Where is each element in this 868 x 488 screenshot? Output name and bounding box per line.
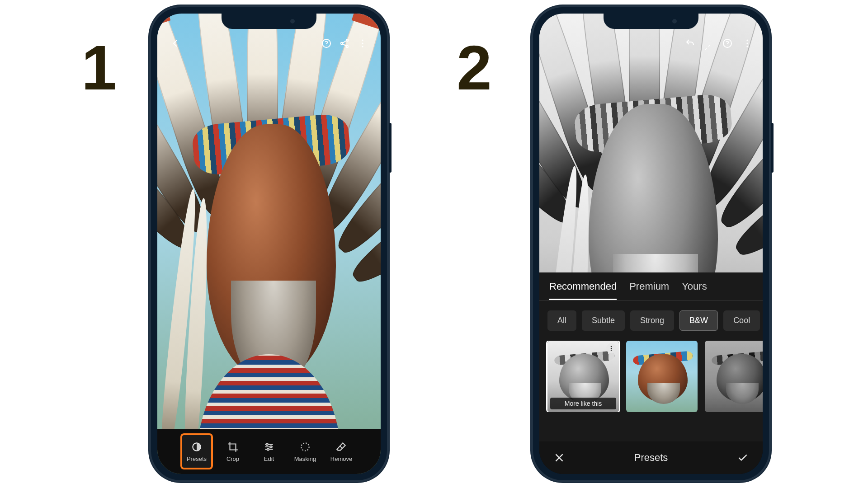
presets-panel: Recommended Premium Yours All Subtle Str… xyxy=(539,272,763,474)
presets-footer-title: Presets xyxy=(568,452,734,464)
more-icon[interactable] xyxy=(738,34,756,52)
svg-point-10 xyxy=(270,446,272,447)
chip-cool[interactable]: Cool xyxy=(723,310,760,331)
back-icon[interactable] xyxy=(166,34,184,52)
chip-strong[interactable]: Strong xyxy=(630,310,674,331)
svg-point-14 xyxy=(727,45,727,46)
crop-label: Crop xyxy=(226,455,239,462)
svg-point-18 xyxy=(611,346,612,347)
svg-point-5 xyxy=(362,39,363,41)
remove-label: Remove xyxy=(330,455,352,462)
presets-label: Presets xyxy=(187,455,207,462)
help-icon[interactable] xyxy=(317,34,335,52)
confirm-check-icon[interactable] xyxy=(734,449,752,467)
phone2-topbar xyxy=(539,33,763,53)
chip-subtle[interactable]: Subtle xyxy=(582,310,625,331)
svg-point-12 xyxy=(301,443,309,450)
preset-category-chips: All Subtle Strong B&W Cool Warm xyxy=(539,300,763,341)
svg-point-4 xyxy=(346,46,348,47)
preset-thumb-more-icon[interactable] xyxy=(606,343,616,353)
crop-button[interactable]: Crop xyxy=(218,435,247,468)
preset-thumbnails: More like this xyxy=(539,341,763,412)
edit-sliders-icon xyxy=(263,441,275,453)
edited-photo[interactable] xyxy=(157,14,381,474)
undo-icon[interactable] xyxy=(681,34,699,52)
edit-label: Edit xyxy=(264,455,274,462)
svg-point-6 xyxy=(362,42,363,44)
phone1-screen: Presets Crop Edit Masking Remove xyxy=(157,14,381,474)
chip-bw[interactable]: B&W xyxy=(679,310,718,331)
more-icon[interactable] xyxy=(354,34,372,52)
phone2-screen: Recommended Premium Yours All Subtle Str… xyxy=(539,14,763,474)
phone-mockup-1: Presets Crop Edit Masking Remove xyxy=(149,5,389,482)
preset-thumb-1[interactable]: More like this xyxy=(547,341,619,412)
step-number-1: 1 xyxy=(81,36,117,99)
phone-mockup-2: Recommended Premium Yours All Subtle Str… xyxy=(531,5,771,482)
presets-footer: Presets xyxy=(539,441,763,474)
compare-icon[interactable] xyxy=(698,38,717,56)
svg-point-17 xyxy=(746,46,748,47)
edit-toolbar: Presets Crop Edit Masking Remove xyxy=(157,429,381,474)
tab-recommended[interactable]: Recommended xyxy=(549,281,617,300)
help-icon[interactable] xyxy=(718,34,736,52)
crop-icon xyxy=(227,441,239,453)
preset-thumb-3[interactable] xyxy=(705,341,763,412)
remove-eraser-icon xyxy=(335,441,347,453)
masking-icon xyxy=(299,441,311,453)
share-icon[interactable] xyxy=(335,34,354,52)
svg-point-16 xyxy=(746,42,748,44)
svg-point-2 xyxy=(346,39,348,41)
preset-thumb-2[interactable] xyxy=(626,341,698,412)
svg-point-7 xyxy=(362,46,363,47)
remove-button[interactable]: Remove xyxy=(327,435,356,468)
phone-notch xyxy=(222,14,316,29)
svg-point-15 xyxy=(746,39,748,41)
phone-notch xyxy=(604,14,698,29)
preset-tabs: Recommended Premium Yours xyxy=(539,272,763,300)
svg-point-19 xyxy=(611,348,612,349)
preset-thumb-caption: More like this xyxy=(550,398,616,409)
presets-icon xyxy=(191,441,203,453)
svg-point-9 xyxy=(266,443,268,445)
svg-point-11 xyxy=(267,448,269,450)
edit-button[interactable]: Edit xyxy=(255,435,283,468)
phone1-topbar xyxy=(166,33,372,53)
svg-point-20 xyxy=(611,350,612,351)
masking-label: Masking xyxy=(294,455,316,462)
chip-all[interactable]: All xyxy=(547,310,576,331)
close-icon[interactable] xyxy=(550,449,568,467)
svg-point-3 xyxy=(341,42,343,44)
masking-button[interactable]: Masking xyxy=(291,435,320,468)
step-number-2: 2 xyxy=(457,36,492,99)
tab-yours[interactable]: Yours xyxy=(682,281,707,300)
presets-button[interactable]: Presets xyxy=(182,435,211,468)
svg-point-1 xyxy=(326,45,326,46)
tab-premium[interactable]: Premium xyxy=(629,281,669,300)
